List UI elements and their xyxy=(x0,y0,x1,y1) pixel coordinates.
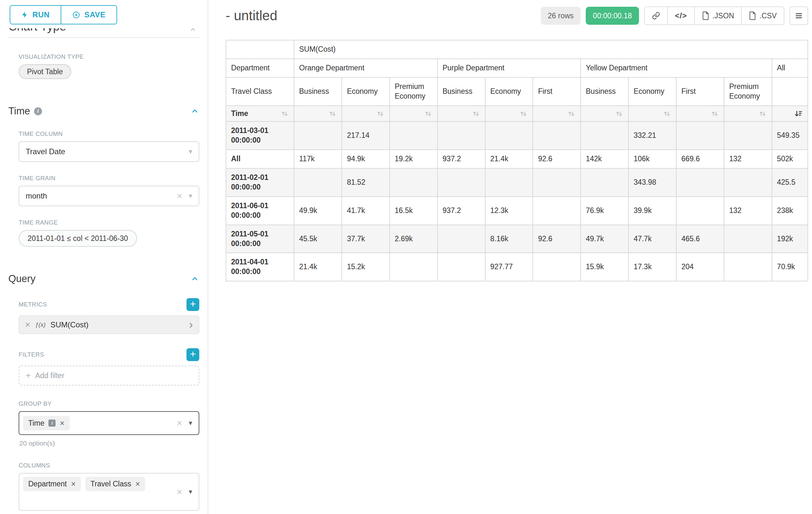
sort-cell[interactable] xyxy=(772,106,808,122)
value-cell xyxy=(581,121,629,150)
sort-cell[interactable] xyxy=(389,106,437,122)
remove-chip-icon[interactable]: × xyxy=(71,480,76,488)
chevron-up-icon[interactable] xyxy=(190,274,199,283)
sort-icon[interactable] xyxy=(424,110,432,118)
sort-cell[interactable] xyxy=(581,106,629,122)
value-cell: 41.7k xyxy=(342,197,389,225)
menu-button[interactable] xyxy=(789,6,808,25)
chevron-up-icon[interactable] xyxy=(190,107,199,116)
clear-icon[interactable]: × xyxy=(176,418,182,428)
value-cell xyxy=(437,225,485,253)
sort-icon[interactable] xyxy=(328,110,337,118)
columns-chip[interactable]: Travel Class × xyxy=(85,477,145,491)
value-cell: 465.6 xyxy=(676,225,724,253)
column-label: Economy xyxy=(342,77,389,106)
row-count-badge: 26 rows xyxy=(541,7,581,25)
sort-cell[interactable] xyxy=(629,106,676,122)
value-cell xyxy=(676,197,724,225)
save-button[interactable]: SAVE xyxy=(61,6,116,24)
caret-down-icon[interactable]: ▾ xyxy=(189,148,192,155)
sort-cell[interactable] xyxy=(724,106,772,122)
value-cell: 343.98 xyxy=(629,168,676,197)
sort-icon[interactable] xyxy=(567,110,576,118)
export-csv-button[interactable]: .CSV xyxy=(741,7,784,24)
columns-select[interactable]: Department × Travel Class × × ▾ xyxy=(19,473,199,511)
file-icon xyxy=(702,11,709,20)
caret-down-icon[interactable]: ▾ xyxy=(189,488,192,495)
caret-down-icon[interactable]: ▾ xyxy=(189,420,192,427)
data-row: 2011-03-01 00:00:00217.14332.21549.35 xyxy=(226,121,808,150)
visualization-type-value[interactable]: Pivot Table xyxy=(19,64,71,79)
value-cell: 425.5 xyxy=(772,168,808,197)
sort-cell[interactable] xyxy=(485,106,533,122)
share-link-button[interactable] xyxy=(645,7,667,24)
time-column-label: TIME COLUMN xyxy=(19,130,199,137)
value-cell xyxy=(294,121,342,150)
value-cell: 16.5k xyxy=(389,197,437,225)
sort-icon[interactable] xyxy=(519,110,528,118)
columns-control: COLUMNS Department × Travel Class × xyxy=(19,462,199,514)
time-section-header[interactable]: Time i xyxy=(8,105,199,117)
corner-cell xyxy=(226,40,294,59)
columns-label: COLUMNS xyxy=(19,462,199,469)
value-cell: 937.2 xyxy=(437,150,485,168)
clear-icon[interactable]: × xyxy=(176,191,182,201)
pivot-table: SUM(Cost)DepartmentOrange DepartmentPurp… xyxy=(226,40,808,281)
value-cell: 117k xyxy=(294,150,342,168)
data-row: 2011-05-01 00:00:0045.5k37.7k2.69k8.16k9… xyxy=(226,225,808,253)
group-by-select[interactable]: Time i × × ▾ xyxy=(19,411,199,435)
time-column-value: Travel Date xyxy=(26,147,65,156)
sort-icon[interactable] xyxy=(281,110,289,118)
sort-icon[interactable] xyxy=(615,110,623,118)
sort-cell[interactable] xyxy=(437,106,485,122)
group-by-control: GROUP BY Time i × × ▾ xyxy=(19,400,199,447)
clear-icon[interactable]: × xyxy=(176,487,182,497)
group-by-label: GROUP BY xyxy=(19,400,199,407)
group-by-chip[interactable]: Time i × xyxy=(23,416,70,431)
time-column-select[interactable]: Travel Date ▾ xyxy=(19,141,199,162)
value-cell xyxy=(724,225,772,253)
column-label: Business xyxy=(581,77,629,106)
visualization-type-control: VISUALIZATION TYPE Pivot Table xyxy=(19,53,199,79)
export-csv-label: .CSV xyxy=(759,11,777,20)
time-range-value[interactable]: 2011-01-01 ≤ col < 2011-06-30 xyxy=(19,230,137,247)
sort-cell[interactable] xyxy=(342,106,389,122)
sort-icon[interactable] xyxy=(376,110,384,118)
add-filter-plus-button[interactable]: + xyxy=(186,348,199,361)
chevron-right-icon[interactable]: › xyxy=(189,319,193,330)
query-section-header[interactable]: Query xyxy=(8,273,199,285)
data-row: All117k94.9k19.2k937.221.4k92.6142k106k6… xyxy=(226,150,808,168)
time-sort-cell[interactable]: Time xyxy=(226,106,294,122)
remove-chip-icon[interactable]: × xyxy=(136,480,140,488)
run-button[interactable]: RUN xyxy=(10,6,61,24)
columns-chip[interactable]: Department × xyxy=(23,477,81,491)
add-metric-button[interactable]: + xyxy=(186,298,199,311)
metric-chip[interactable]: × ƒ(x) SUM(Cost) › xyxy=(19,316,199,334)
chart-title[interactable]: - untitled xyxy=(226,8,277,23)
view-query-button[interactable]: </> xyxy=(667,7,694,24)
divider xyxy=(8,37,199,38)
value-cell: 49.9k xyxy=(294,197,342,225)
remove-chip-icon[interactable]: × xyxy=(60,419,64,427)
sort-cell[interactable] xyxy=(533,106,581,122)
value-cell: 92.6 xyxy=(533,150,581,168)
add-filter-box[interactable]: + Add filter xyxy=(19,366,199,385)
sort-icon[interactable] xyxy=(710,110,719,118)
metric-header: SUM(Cost) xyxy=(294,40,808,59)
value-cell: 45.5k xyxy=(294,225,342,253)
remove-metric-icon[interactable]: × xyxy=(25,320,30,330)
sort-icon[interactable] xyxy=(663,110,671,118)
metrics-label-row: METRICS + xyxy=(19,298,199,311)
time-grain-select[interactable]: month × ▾ xyxy=(19,186,199,206)
export-json-button[interactable]: .JSON xyxy=(694,7,742,24)
sort-icon[interactable] xyxy=(758,110,767,118)
caret-down-icon[interactable]: ▾ xyxy=(189,192,192,199)
value-cell xyxy=(724,253,772,281)
sort-desc-icon[interactable] xyxy=(794,110,803,118)
column-label xyxy=(772,77,808,106)
sort-icon[interactable] xyxy=(472,110,480,118)
sort-cell[interactable] xyxy=(676,106,724,122)
value-cell: 12.3k xyxy=(485,197,533,225)
column-group-label: Yellow Department xyxy=(581,59,772,77)
sort-cell[interactable] xyxy=(294,106,342,122)
